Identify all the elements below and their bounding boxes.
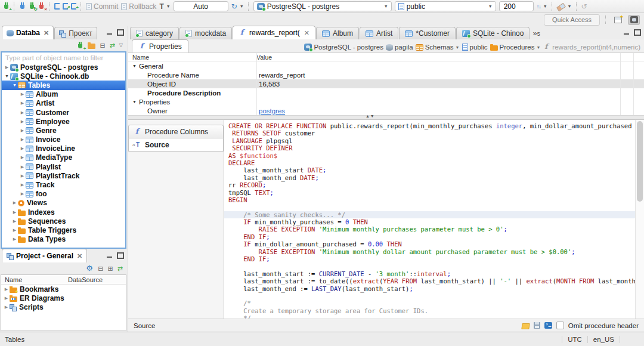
tab-database-navigator[interactable]: Databa✕ (2, 26, 54, 39)
timezone-indicator[interactable]: UTC (562, 336, 587, 343)
expand-arrow-icon[interactable]: ▶ (11, 200, 18, 205)
tree-item-genre[interactable]: ▶Genre (2, 126, 125, 135)
expand-arrow-icon[interactable]: ▶ (11, 219, 18, 224)
new-folder-icon[interactable] (88, 44, 95, 49)
save-file-icon[interactable] (534, 322, 540, 329)
new-connection-icon[interactable]: + (77, 42, 83, 50)
expand-arrow-icon[interactable]: ▶ (19, 119, 26, 124)
sql-editor-icon[interactable] (54, 3, 60, 10)
disconnect-icon[interactable]: × (38, 2, 45, 10)
resultset-fetch-button[interactable]: ↑↓▼ (537, 3, 547, 10)
tree-item-invoice[interactable]: ▶Invoice (2, 135, 125, 144)
expand-arrow-icon[interactable]: ▶ (19, 174, 26, 178)
connection-select[interactable]: PostgreSQL - postgres▼ (253, 1, 392, 11)
object-filter-input[interactable] (2, 52, 125, 63)
editor-tab-artist[interactable]: Artist (360, 27, 398, 39)
breadcrumb-item-pagila[interactable]: pagila (386, 44, 413, 51)
expand-arrow-icon[interactable]: ▶ (19, 110, 26, 115)
expand-arrow-icon[interactable]: ▼ (4, 74, 10, 78)
property-value[interactable]: postgres (259, 107, 285, 115)
splitter-arrows-icon[interactable]: ▲▼ (366, 114, 375, 118)
tree-item-views[interactable]: ▶Views (2, 199, 125, 208)
open-perspective-button[interactable] (612, 15, 624, 25)
editor-tab-rewards-report[interactable]: rewards_report(✕ (233, 26, 315, 39)
tree-item-employee[interactable]: ▶Employee (2, 117, 125, 126)
property-row-owner[interactable]: Ownerpostgres (128, 106, 644, 115)
tree-item-data-types[interactable]: ▶Data Types (2, 235, 125, 244)
expand-arrow-icon[interactable]: ▼ (11, 83, 18, 87)
expand-arrow-icon[interactable]: ▶ (19, 155, 26, 160)
minimize-icon[interactable] (107, 254, 112, 258)
tree-item-invoiceline[interactable]: ▶InvoiceLine (2, 144, 125, 153)
tree-item-table-triggers[interactable]: ▶Table Triggers (2, 225, 125, 234)
breadcrumb-item-procedures[interactable]: Procedures▼ (490, 44, 541, 51)
expand-arrow-icon[interactable]: ▶ (3, 296, 10, 301)
expand-all-icon[interactable]: ⊞ (108, 265, 113, 272)
property-row-procedure-description[interactable]: Procedure Description (128, 88, 644, 97)
column-value[interactable]: Value (256, 54, 272, 61)
expand-arrow-icon[interactable]: ▶ (19, 101, 26, 106)
project-item-er-diagrams[interactable]: ▶ER Diagrams (1, 294, 126, 302)
tree-item-playlist[interactable]: ▶Playlist (2, 162, 125, 171)
expand-arrow-icon[interactable]: ▶ (3, 287, 10, 292)
expand-arrow-icon[interactable]: ▼ (132, 100, 137, 104)
editor-tab-mockdata[interactable]: mockdata (179, 27, 232, 39)
expand-arrow-icon[interactable]: ▶ (19, 128, 26, 133)
maximize-icon[interactable] (117, 29, 124, 36)
expand-arrow-icon[interactable]: ▶ (19, 183, 26, 187)
expand-arrow-icon[interactable]: ▶ (11, 228, 18, 233)
expand-arrow-icon[interactable]: ▶ (19, 146, 26, 151)
breadcrumb-item-schemas[interactable]: Schemas▼ (416, 44, 460, 51)
property-row-object-id[interactable]: Object ID16,583 (128, 79, 644, 88)
transaction-mode-select[interactable]: Auto (174, 1, 228, 11)
source-code[interactable]: CREATE OR REPLACE FUNCTION public.reward… (224, 120, 636, 319)
editor-tab-customer[interactable]: *Customer (399, 27, 456, 39)
dbeaver-perspective-button[interactable] (628, 15, 640, 25)
breadcrumb-item-public[interactable]: public (462, 44, 488, 51)
chevron-down-icon[interactable]: ▼ (536, 45, 540, 50)
connect-icon[interactable] (19, 2, 26, 10)
tree-item-foo[interactable]: ▶foo (2, 190, 125, 199)
column-name[interactable]: Name (1, 276, 64, 283)
commit-button[interactable]: Commit (86, 2, 118, 11)
omit-header-checkbox[interactable] (556, 322, 564, 329)
vertical-scrollbar[interactable] (635, 120, 644, 319)
minimize-icon[interactable] (624, 31, 629, 35)
project-item-bookmarks[interactable]: ▶Bookmarks (1, 285, 126, 294)
transaction-history-button[interactable]: ↻▼ (231, 3, 244, 10)
gear-icon[interactable] (86, 265, 94, 272)
schema-select[interactable]: public▼ (395, 1, 496, 11)
collapse-all-icon[interactable]: ⊟ (98, 265, 103, 272)
erase-button[interactable]: ▼ (557, 3, 572, 10)
tab-properties[interactable]: Properties (132, 39, 188, 52)
tree-item-mediatype[interactable]: ▶MediaType (2, 153, 125, 162)
undo-icon[interactable]: ↺ (581, 3, 587, 10)
close-icon[interactable]: ✕ (44, 29, 49, 37)
tree-item-playlisttrack[interactable]: ▶PlaylistTrack (2, 171, 125, 180)
fetch-size-input[interactable] (499, 1, 534, 11)
editor-tab-album[interactable]: Album (316, 27, 359, 39)
expand-arrow-icon[interactable]: ▼ (132, 64, 137, 68)
tree-item-album[interactable]: ▶Album (2, 90, 125, 99)
minimize-icon[interactable] (107, 31, 112, 35)
view-menu-icon[interactable]: ▽ (119, 42, 123, 49)
pane-splitter[interactable]: ▲▼ (128, 115, 644, 120)
expand-arrow-icon[interactable]: ▶ (11, 210, 18, 215)
tab-project[interactable]: Проект (54, 27, 97, 39)
quick-access-input[interactable] (544, 14, 600, 26)
maximize-icon[interactable] (634, 29, 641, 36)
transaction-log-button[interactable]: T▼ (159, 3, 170, 10)
tree-item-customer[interactable]: ▶Customer (2, 108, 125, 117)
expand-arrow-icon[interactable]: ▶ (11, 237, 18, 242)
close-icon[interactable]: ✕ (304, 29, 309, 37)
expand-arrow-icon[interactable]: ▶ (3, 305, 10, 310)
expand-arrow-icon[interactable]: ▶ (4, 65, 10, 70)
breadcrumb-item-postgresql-postgres[interactable]: PostgreSQL - postgres (304, 44, 383, 51)
locale-indicator[interactable]: en_US (587, 336, 620, 343)
editor-tab-category[interactable]: category (130, 27, 179, 39)
section-procedure-columns[interactable]: Procedure Columns (128, 125, 224, 138)
reconnect-icon[interactable]: ↻ (29, 2, 35, 10)
tree-item-tables[interactable]: ▼Tables (2, 81, 125, 89)
tree-item-sequences[interactable]: ▶Sequences (2, 217, 125, 225)
open-file-icon[interactable] (521, 323, 530, 329)
